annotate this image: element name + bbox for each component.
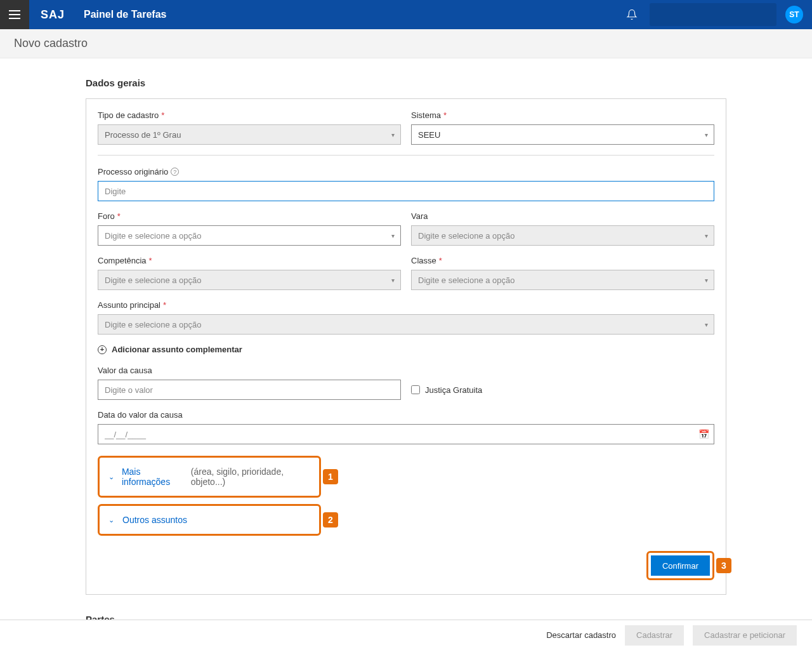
- cadastrar-peticionar-button[interactable]: Cadastrar e peticionar: [693, 625, 797, 646]
- descartar-button[interactable]: Descartar cadastro: [546, 630, 616, 640]
- label-data-valor: Data do valor da causa: [98, 410, 714, 420]
- panel-dados-gerais: Tipo de cadastro* ▾ Sistema* ▾: [86, 98, 726, 595]
- checkbox-justica-gratuita[interactable]: [411, 385, 420, 394]
- plus-icon: +: [98, 345, 107, 354]
- add-assunto-button[interactable]: + Adicionar assunto complementar: [98, 345, 714, 354]
- label-tipo-cadastro: Tipo de cadastro*: [98, 110, 401, 120]
- hamburger-icon: [9, 10, 20, 19]
- subheader: Novo cadastro: [0, 29, 812, 58]
- help-icon[interactable]: ?: [171, 168, 179, 176]
- confirmar-button[interactable]: Confirmar: [651, 555, 710, 576]
- input-data-valor[interactable]: [98, 424, 714, 444]
- annotation-badge-1: 1: [323, 469, 338, 484]
- input-valor-causa[interactable]: [98, 380, 401, 400]
- label-competencia: Competência*: [98, 256, 401, 265]
- select-vara[interactable]: [411, 225, 714, 246]
- footer-bar: Descartar cadastro Cadastrar Cadastrar e…: [0, 620, 812, 650]
- label-foro: Foro*: [98, 211, 401, 221]
- logo: SAJ: [29, 8, 76, 22]
- menu-button[interactable]: [0, 0, 29, 29]
- label-classe: Classe*: [411, 256, 714, 265]
- label-vara: Vara: [411, 211, 714, 221]
- annotation-badge-2: 2: [323, 512, 338, 527]
- user-area[interactable]: [650, 3, 776, 26]
- expand-mais-informacoes[interactable]: ⌄ Mais informações (área, sigilo, priori…: [105, 461, 314, 492]
- input-processo-orig[interactable]: [98, 181, 714, 201]
- header-title: Painel de Tarefas: [76, 9, 166, 20]
- chevron-down-icon: ⌄: [108, 473, 117, 481]
- select-tipo-cadastro[interactable]: [98, 124, 401, 145]
- page-title: Novo cadastro: [14, 37, 88, 50]
- label-sistema: Sistema*: [411, 110, 714, 120]
- select-assunto[interactable]: [98, 314, 714, 335]
- select-foro[interactable]: [98, 225, 401, 246]
- chevron-down-icon: ⌄: [108, 516, 117, 524]
- label-processo-orig: Processo originário?: [98, 167, 714, 176]
- bell-icon: [626, 9, 638, 20]
- select-classe[interactable]: [411, 270, 714, 290]
- avatar[interactable]: ST: [785, 6, 803, 23]
- select-competencia[interactable]: [98, 270, 401, 290]
- notifications-button[interactable]: [619, 0, 645, 29]
- label-justica-gratuita: Justiça Gratuita: [425, 385, 482, 395]
- app-header: SAJ Painel de Tarefas ST: [0, 0, 812, 29]
- cadastrar-button[interactable]: Cadastrar: [625, 625, 684, 646]
- section-dados-gerais: Dados gerais: [86, 77, 726, 88]
- select-sistema[interactable]: [411, 124, 714, 145]
- annotation-badge-3: 3: [716, 558, 731, 573]
- label-valor-causa: Valor da causa: [98, 366, 401, 375]
- expand-outros-assuntos[interactable]: ⌄ Outros assuntos: [105, 510, 314, 530]
- label-assunto: Assunto principal*: [98, 300, 714, 310]
